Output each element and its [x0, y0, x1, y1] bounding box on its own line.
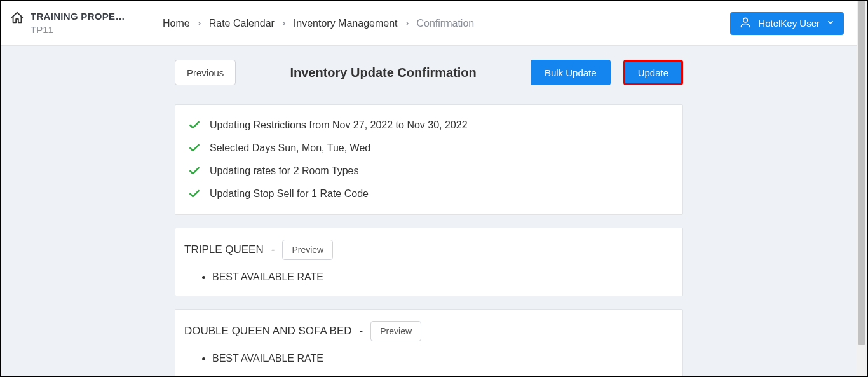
room-card: TRIPLE QUEEN - Preview BEST AVAILABLE RA… — [175, 228, 683, 296]
chevron-right-icon — [404, 20, 410, 27]
property-block: TRAINING PROPE… TP11 — [10, 11, 163, 36]
svg-point-0 — [743, 18, 748, 22]
breadcrumb-inventory-management[interactable]: Inventory Management — [294, 18, 398, 29]
chevron-right-icon — [281, 20, 287, 27]
chevron-down-icon — [826, 18, 835, 29]
bulk-update-button[interactable]: Bulk Update — [531, 60, 611, 85]
breadcrumb: Home Rate Calendar Inventory Management … — [163, 18, 474, 29]
breadcrumb-home[interactable]: Home — [163, 18, 190, 29]
rate-item: BEST AVAILABLE RATE — [212, 352, 674, 366]
previous-button[interactable]: Previous — [175, 60, 236, 85]
summary-text: Updating Stop Sell for 1 Rate Code — [210, 188, 369, 200]
room-name: DOUBLE QUEEN AND SOFA BED — [184, 325, 352, 338]
summary-line: Updating Stop Sell for 1 Rate Code — [188, 188, 670, 200]
summary-text: Updating Restrictions from Nov 27, 2022 … — [210, 120, 468, 131]
separator: - — [271, 243, 275, 256]
rate-item: BEST AVAILABLE RATE — [212, 270, 674, 284]
summary-text: Updating rates for 2 Room Types — [210, 165, 359, 177]
main-content: Previous Inventory Update Confirmation B… — [1, 46, 857, 376]
check-icon — [188, 188, 201, 200]
action-bar: Previous Inventory Update Confirmation B… — [175, 52, 683, 93]
preview-button[interactable]: Preview — [282, 240, 333, 260]
user-menu-button[interactable]: HotelKey User — [730, 12, 844, 35]
page-title: Inventory Update Confirmation — [248, 65, 518, 80]
summary-line: Updating Restrictions from Nov 27, 2022 … — [188, 119, 670, 132]
breadcrumb-confirmation: Confirmation — [417, 18, 475, 29]
update-button[interactable]: Update — [623, 60, 683, 85]
preview-button[interactable]: Preview — [370, 321, 421, 341]
property-name: TRAINING PROPE… — [31, 11, 125, 23]
check-icon — [188, 142, 201, 154]
scrollbar-thumb[interactable] — [858, 1, 865, 345]
summary-text: Selected Days Sun, Mon, Tue, Wed — [210, 142, 370, 154]
user-icon — [739, 16, 752, 31]
room-name: TRIPLE QUEEN — [184, 243, 264, 256]
chevron-right-icon — [196, 20, 203, 27]
breadcrumb-rate-calendar[interactable]: Rate Calendar — [209, 18, 275, 29]
scrollbar[interactable] — [857, 1, 867, 376]
check-icon — [188, 119, 201, 132]
user-name-label: HotelKey User — [758, 18, 820, 29]
summary-card: Updating Restrictions from Nov 27, 2022 … — [175, 104, 683, 215]
summary-line: Updating rates for 2 Room Types — [188, 165, 670, 177]
home-icon — [10, 11, 24, 25]
room-card: DOUBLE QUEEN AND SOFA BED - Preview BEST… — [175, 309, 683, 376]
summary-line: Selected Days Sun, Mon, Tue, Wed — [188, 142, 670, 154]
property-code: TP11 — [31, 24, 125, 36]
check-icon — [188, 165, 201, 177]
app-header: TRAINING PROPE… TP11 Home Rate Calendar … — [1, 1, 857, 46]
separator: - — [360, 325, 363, 338]
